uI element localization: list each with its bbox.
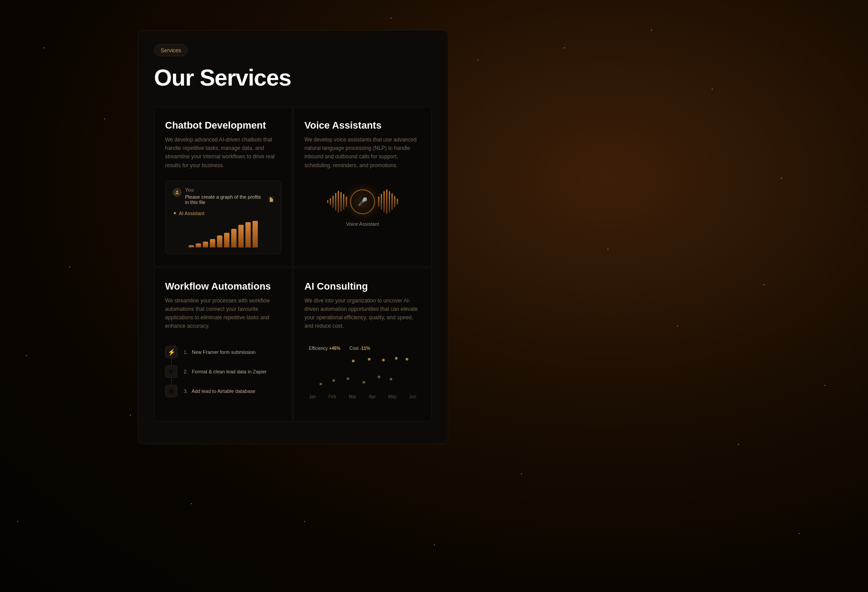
- consulting-chart: Efficiency +46% Cost -11%: [304, 341, 421, 404]
- voice-desc: We develop voice assistants that use adv…: [304, 136, 421, 170]
- wave-bar: [394, 196, 395, 208]
- x-label-may: May: [388, 394, 397, 399]
- workflow-step-text-2: 2. Format & clean lead data in Zapier: [184, 369, 267, 374]
- chatbot-demo: You: Please create a graph of the profit…: [165, 180, 281, 254]
- scatter-dot: [395, 357, 398, 360]
- scatter-dot: [320, 383, 322, 385]
- scatter-dot: [378, 376, 380, 378]
- wave-bar: [338, 191, 339, 213]
- wave-bar: [391, 193, 393, 210]
- workflow-step-3: ⊕ 3. Add lead to Airtable database: [165, 385, 281, 397]
- voice-title: Voice Assistants: [304, 120, 421, 131]
- voice-waveform: 🎤: [327, 189, 398, 214]
- wave-bar: [335, 193, 336, 211]
- scatter-dot: [363, 381, 365, 384]
- wave-bar: [327, 200, 328, 204]
- user-avatar: [173, 188, 181, 197]
- chart-bar: [203, 242, 208, 247]
- workflow-connector: [171, 378, 172, 385]
- x-label-feb: Feb: [328, 394, 336, 399]
- mic-icon: 🎤: [358, 197, 367, 207]
- wave-bar: [346, 196, 347, 207]
- efficiency-label: Efficiency +46%: [309, 346, 340, 351]
- scatter-dot: [352, 360, 355, 362]
- chat-user-content: You: Please create a graph of the profit…: [185, 187, 274, 205]
- wave-bar: [340, 192, 342, 212]
- cost-label: Cost -11%: [349, 346, 370, 351]
- workflow-demo: ⚡ 1. New Framer form submission ✳ 2. For…: [165, 341, 281, 409]
- chart-bar: [253, 221, 258, 247]
- chart-bar: [189, 245, 194, 247]
- chart-x-labels: Jan Feb Mar Apr May Jun: [309, 394, 416, 399]
- workflow-step-2: ✳ 2. Format & clean lead data in Zapier: [165, 365, 281, 378]
- consulting-desc: We dive into your organization to uncove…: [304, 297, 421, 331]
- voice-assistant-label: Voice Assistant: [346, 221, 379, 227]
- workflow-icon-2: ✳: [165, 365, 178, 378]
- chart-labels: Efficiency +46% Cost -11%: [309, 346, 416, 351]
- consulting-title: AI Consulting: [304, 281, 421, 292]
- x-label-apr: Apr: [369, 394, 376, 399]
- file-icon: [268, 196, 274, 203]
- page-title: Our Services: [154, 64, 432, 91]
- scatter-dot: [406, 358, 408, 361]
- workflow-connector: [171, 358, 172, 365]
- wave-bar: [378, 196, 379, 207]
- chatbot-title: Chatbot Development: [165, 120, 281, 131]
- x-label-jan: Jan: [309, 394, 316, 399]
- scatter-chart: [309, 356, 416, 392]
- x-label-jun: Jun: [409, 394, 416, 399]
- scatter-dot: [368, 358, 371, 361]
- chart-bar: [224, 233, 229, 247]
- workflow-icon-3: ⊕: [165, 385, 178, 397]
- workflow-step-text-3: 3. Add lead to Airtable database: [184, 388, 255, 394]
- chat-user-row: You: Please create a graph of the profit…: [173, 187, 274, 205]
- voice-service-card: Voice Assistants We develop voice assist…: [293, 107, 432, 267]
- chart-bar: [231, 229, 237, 247]
- workflow-desc: We streamline your processes with workfl…: [165, 297, 281, 331]
- scatter-dot: [332, 379, 335, 382]
- chatbot-chart: [173, 221, 274, 247]
- chart-bar: [210, 239, 215, 247]
- wave-bar: [330, 198, 331, 205]
- wave-bar: [389, 191, 390, 212]
- scatter-dot: [382, 359, 385, 361]
- ai-label: ✦ AI Assistant: [173, 210, 274, 216]
- scatter-dot: [390, 378, 392, 380]
- voice-demo: 🎤 Voice Assistant: [304, 180, 421, 235]
- chart-bar: [196, 243, 201, 247]
- wave-bar: [343, 194, 344, 210]
- wave-bar: [397, 199, 398, 205]
- chatbot-desc: We develop advanced AI-driven chatbots t…: [165, 136, 281, 170]
- user-icon: [174, 190, 180, 195]
- workflow-title: Workflow Automations: [165, 281, 281, 292]
- workflow-step-text-1: 1. New Framer form submission: [184, 349, 256, 355]
- chart-bar: [238, 225, 244, 247]
- workflow-icon-1: ⚡: [165, 346, 178, 358]
- scatter-dot: [347, 377, 349, 380]
- wave-bar: [381, 194, 382, 210]
- breadcrumb: Services: [154, 44, 188, 56]
- chart-bar: [217, 235, 222, 247]
- workflow-service-card: Workflow Automations We streamline your …: [154, 268, 292, 422]
- consulting-service-card: AI Consulting We dive into your organiza…: [293, 268, 432, 422]
- x-label-mar: Mar: [349, 394, 356, 399]
- breadcrumb-label: Services: [161, 47, 181, 54]
- wave-bar: [383, 191, 385, 212]
- chatbot-service-card: Chatbot Development We develop advanced …: [154, 107, 292, 267]
- wave-bar: [386, 189, 387, 214]
- services-card: Services Our Services Chatbot Developmen…: [138, 30, 448, 444]
- chat-user-message: Please create a graph of the profits in …: [185, 194, 274, 205]
- services-grid: Chatbot Development We develop advanced …: [154, 107, 432, 422]
- chart-bar: [245, 222, 251, 247]
- wave-bar: [332, 196, 334, 208]
- chat-user-label: You:: [185, 187, 274, 192]
- voice-circle: 🎤: [350, 189, 375, 214]
- workflow-step-1: ⚡ 1. New Framer form submission: [165, 346, 281, 358]
